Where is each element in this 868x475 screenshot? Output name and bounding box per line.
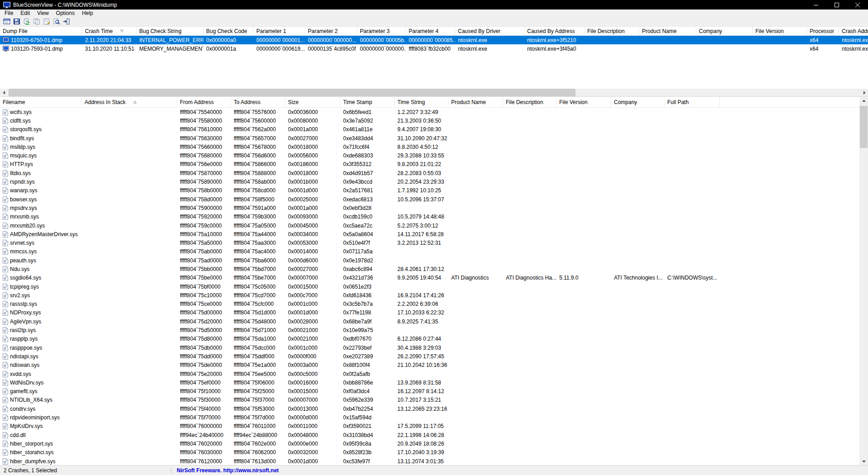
table-row[interactable]: mrxsmb20.sysfffff804`759c0000fffff804`75… (0, 221, 868, 230)
column-header-crash-address[interactable]: Crash Address (839, 27, 868, 35)
vertical-scrollbar[interactable] (859, 97, 868, 465)
refresh-button[interactable] (22, 17, 32, 26)
menu-item-options[interactable]: Options (52, 10, 78, 16)
table-row[interactable]: mslldp.sysfffff804`75660000fffff804`7567… (0, 142, 868, 151)
table-row[interactable]: wcifs.sysfffff804`75540000fffff804`75576… (0, 108, 868, 116)
advanced-options-button[interactable] (2, 17, 12, 26)
column-header-processor[interactable]: Processor (807, 27, 839, 35)
column-header-time-string[interactable]: Time String (395, 97, 448, 107)
find-button[interactable] (52, 17, 61, 26)
close-button[interactable] (847, 0, 868, 10)
cell-address-in-stack (82, 247, 177, 256)
column-header-bug-check-code[interactable]: Bug Check Code (203, 27, 254, 35)
column-header-dump-file[interactable]: Dump File (0, 27, 82, 35)
column-header-file-version[interactable]: File Version (557, 97, 611, 107)
column-header-product-name[interactable]: Product Name (448, 97, 503, 107)
column-header-size[interactable]: Size (285, 97, 340, 107)
scroll-right-button[interactable] (860, 89, 868, 96)
vscroll-thumb[interactable] (860, 106, 868, 148)
table-row[interactable]: rassstp.sysfffff804`75ce0000fffff804`75c… (0, 300, 868, 309)
table-row[interactable]: ndistapi.sysfffff804`75dd0000fffff804`75… (0, 352, 868, 361)
column-header-bug-check-string[interactable]: Bug Check String (137, 27, 203, 35)
table-row[interactable]: msquic.sysfffff804`75680000fffff804`756d… (0, 151, 868, 160)
column-header-company[interactable]: Company (696, 27, 753, 35)
table-row[interactable]: xvdd.sysfffff804`75e20000fffff804`75ee50… (0, 370, 868, 378)
menu-item-help[interactable]: Help (78, 10, 97, 16)
table-row[interactable]: AgileVpn.sysfffff804`75d20000fffff804`75… (0, 317, 868, 326)
table-row[interactable]: hiber_dumpfve.sysfffff804`76120000fffff8… (0, 457, 868, 465)
table-row[interactable]: cldflt.sysfffff804`75580000fffff804`7560… (0, 116, 868, 125)
column-header-file-description[interactable]: File Description (585, 27, 639, 35)
exit-button[interactable] (61, 17, 71, 26)
table-row[interactable]: hiber_storahci.sysfffff804`76030000fffff… (0, 448, 868, 457)
table-row[interactable]: cdd.dllffff94ec`24b40000ffff94ec`24b8800… (0, 431, 868, 439)
column-header-address-in-stack[interactable]: Address In Stack (82, 97, 177, 107)
column-header-parameter-2[interactable]: Parameter 2 (305, 27, 357, 35)
table-row[interactable]: NTIOLib_X64.sysfffff804`75f30000fffff804… (0, 396, 868, 404)
table-row[interactable]: raspppoe.sysfffff804`75db0000fffff804`75… (0, 343, 868, 352)
column-header-company[interactable]: Company (611, 97, 665, 107)
column-header-time-stamp[interactable]: Time Stamp (340, 97, 395, 107)
minimize-button[interactable] (806, 0, 826, 10)
table-row[interactable]: NDProxy.sysfffff804`75d00000fffff804`75d… (0, 309, 868, 317)
column-header-full-path[interactable]: Full Path (665, 97, 720, 107)
column-header-crash-time[interactable]: Crash Time (82, 27, 137, 35)
cell-filename: bowser.sys (0, 195, 82, 204)
column-header-parameter-3[interactable]: Parameter 3 (357, 27, 406, 35)
table-row[interactable]: AMDRyzenMasterDriver.sysfffff804`75a1000… (0, 230, 868, 238)
column-header-from-address[interactable]: From Address (177, 97, 231, 107)
table-row[interactable]: bowser.sysfffff804`758d0000fffff804`758f… (0, 195, 868, 204)
table-row[interactable]: rdpvideominiport.sysfffff804`75f70000fff… (0, 413, 868, 422)
menu-item-edit[interactable]: Edit (17, 10, 33, 16)
table-row[interactable]: hiber_storport.sysfffff804`76020000fffff… (0, 439, 868, 448)
table-row[interactable]: mmcss.sysfffff804`75ab0000fffff804`75ac4… (0, 247, 868, 256)
table-row[interactable]: mrxsmb.sysfffff804`75920000fffff804`759b… (0, 213, 868, 221)
table-row[interactable]: ssgdio64.sysfffff804`75be0000fffff804`75… (0, 274, 868, 282)
nirsoft-link[interactable]: NirSoft Freeware. http://www.nirsoft.net (171, 467, 279, 474)
table-row[interactable]: lltdio.sysfffff804`75870000fffff804`7588… (0, 169, 868, 177)
menu-item-file[interactable]: File (1, 10, 17, 16)
table-row[interactable]: raspptp.sysfffff804`75d80000fffff804`75d… (0, 335, 868, 343)
table-row[interactable]: peauth.sysfffff804`75ad0000fffff804`75ba… (0, 256, 868, 265)
table-row[interactable]: rasl2tp.sysfffff804`75d50000fffff804`75d… (0, 326, 868, 334)
column-header-product-name[interactable]: Product Name (639, 27, 696, 35)
maximize-button[interactable] (826, 0, 847, 10)
column-header-label: Parameter 1 (256, 28, 286, 34)
menu-item-view[interactable]: View (33, 10, 52, 16)
table-row[interactable]: condrv.sysfffff804`75f40000fffff804`75f5… (0, 404, 868, 413)
table-row[interactable]: 110320-6750-01.dmp2.11.2020 21:04:33INTE… (0, 36, 868, 44)
copy-button[interactable] (32, 17, 42, 26)
table-row[interactable]: 103120-7593-01.dmp31.10.2020 11:10:51MEM… (0, 44, 868, 53)
table-row[interactable]: srv2.sysfffff804`75c10000fffff804`75cd70… (0, 291, 868, 299)
column-header-file-description[interactable]: File Description (503, 97, 557, 107)
table-row[interactable]: storqosflt.sysfffff804`75610000fffff804`… (0, 125, 868, 134)
table-row[interactable]: gameflt.sysfffff804`75f10000fffff804`75f… (0, 387, 868, 396)
column-header-to-address[interactable]: To Address (231, 97, 285, 107)
column-header-parameter-4[interactable]: Parameter 4 (406, 27, 455, 35)
scroll-down-button[interactable] (859, 457, 868, 465)
cell-file-description (503, 134, 557, 142)
table-row[interactable]: Ndu.sysfffff804`75bb0000fffff804`75bd700… (0, 265, 868, 273)
table-row[interactable]: mpsdrv.sysfffff804`75900000fffff804`7591… (0, 204, 868, 212)
column-header-file-version[interactable]: File Version (753, 27, 807, 35)
table-row[interactable]: WdNisDrv.sysfffff804`75ef0000fffff804`75… (0, 378, 868, 387)
cell-time-stamp: 0xf0af3dc4 (340, 387, 395, 396)
scroll-up-button[interactable] (859, 97, 868, 104)
table-row[interactable]: tcpipreg.sysfffff804`75bf0000fffff804`75… (0, 282, 868, 291)
hscroll-thumb[interactable] (9, 89, 576, 96)
column-header-caused-by-address[interactable]: Caused By Address (524, 27, 585, 35)
table-row[interactable]: ndiswan.sysfffff804`75de0000fffff804`75e… (0, 361, 868, 370)
horizontal-scrollbar[interactable] (0, 89, 868, 96)
save-button[interactable] (12, 17, 22, 26)
table-row[interactable]: wanarp.sysfffff804`758b0000fffff804`758c… (0, 186, 868, 195)
column-header-filename[interactable]: Filename (0, 97, 82, 107)
table-row[interactable]: bindflt.sysfffff804`75630000fffff804`756… (0, 134, 868, 142)
table-row[interactable]: rspndr.sysfffff804`75890000fffff804`758a… (0, 177, 868, 186)
table-row[interactable]: srvnet.sysfffff804`75a50000fffff804`75aa… (0, 238, 868, 247)
scroll-left-button[interactable] (0, 89, 8, 96)
table-row[interactable]: MpKslDrv.sysfffff804`76000000fffff804`76… (0, 422, 868, 431)
table-row[interactable]: HTTP.sysfffff804`756e0000fffff804`758660… (0, 160, 868, 169)
column-header-caused-by-driver[interactable]: Caused By Driver (455, 27, 524, 35)
column-header-parameter-1[interactable]: Parameter 1 (254, 27, 305, 35)
properties-button[interactable] (42, 17, 52, 26)
